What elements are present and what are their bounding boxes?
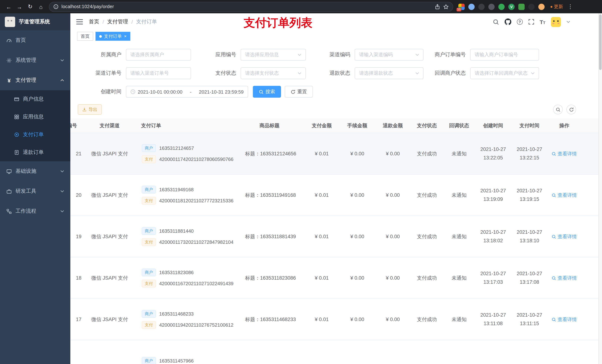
merchant-order-no: 1635312124657 (159, 145, 194, 151)
view-detail-link[interactable]: 查看详情 (548, 316, 581, 323)
merchant-order-no-input[interactable]: 请输入商户订单编号 (470, 49, 539, 61)
sidebar-item-app-info[interactable]: 应用信息 (0, 108, 70, 126)
cell-notify: 未通知 (443, 150, 475, 157)
share-icon[interactable] (435, 4, 440, 10)
refund-status-select[interactable]: 请选择退款状态 (355, 67, 424, 79)
view-detail-link[interactable]: 查看详情 (548, 192, 581, 198)
yen-icon: ¥ (6, 77, 12, 83)
sidebar-item-payment[interactable]: ¥ 支付管理 (0, 70, 70, 90)
chevron-down-icon (60, 170, 64, 172)
sidebar-item-infra[interactable]: 基础设施 (0, 161, 70, 181)
pay-status-select[interactable]: 请选择支付状态 (241, 67, 306, 79)
bookmark-star-icon[interactable] (443, 4, 449, 10)
browser-reload-button[interactable]: ↻ (25, 2, 35, 12)
view-detail-link[interactable]: 查看详情 (548, 275, 581, 281)
logo (5, 17, 15, 27)
date-range-input[interactable]: 2021-10-01 00:00:00 - 2021-10-31 23:59:5… (126, 86, 248, 98)
view-detail-link[interactable]: 查看详情 (548, 233, 581, 240)
profile-avatar-icon[interactable] (538, 3, 545, 10)
main-content: 首页 / 支付管理 / 支付订单 支付订单列表 ? (70, 13, 602, 364)
sidebar-collapse-icon[interactable] (76, 19, 83, 24)
tab-pay-order[interactable]: 支付订单 × (96, 32, 130, 41)
merchant-order-no: 1635311823086 (159, 270, 194, 275)
fullscreen-icon[interactable] (528, 19, 534, 25)
cell-refund: ¥ 0.00 (375, 234, 411, 239)
cell-amount: ¥ 0.01 (304, 275, 340, 281)
github-icon[interactable] (505, 19, 511, 25)
search-button[interactable]: 搜索 (253, 86, 281, 98)
browser-back-button[interactable]: ← (4, 2, 14, 12)
font-size-icon[interactable]: TT (540, 19, 545, 25)
sidebar-item-devtools[interactable]: 研发工具 (0, 181, 70, 201)
view-detail-link[interactable]: 查看详情 (548, 150, 581, 157)
extensions-menu-icon[interactable] (528, 3, 535, 10)
table-row: 17 微信 JSAPI 支付 商户 1635311468233 支付 42000… (70, 299, 602, 340)
extension-gray-icon[interactable] (488, 3, 495, 10)
breadcrumb-section[interactable]: 支付管理 (107, 19, 128, 25)
search-icon (552, 234, 556, 239)
help-icon[interactable]: ? (517, 19, 523, 25)
grid-icon (14, 114, 19, 119)
refresh-table-button[interactable] (567, 105, 576, 114)
sidebar-item-system[interactable]: 系统管理 (0, 50, 70, 70)
col-paid: 支付时间 (511, 122, 548, 129)
extension-chat-icon[interactable] (518, 3, 525, 10)
sidebar-item-pay-order[interactable]: 支付订单 (0, 126, 70, 144)
extension-dots-icon[interactable]: 10 (458, 3, 465, 10)
app-select[interactable]: 请选择应用信息 (241, 49, 306, 61)
filter-merchant: 所属商户 请选择所属商户 (78, 49, 191, 61)
extensions-area: 10 V (458, 3, 545, 10)
payment-submenu: 商户信息 应用信息 支付订单 (0, 90, 70, 161)
browser-update-button[interactable]: 更新 (550, 3, 563, 10)
toggle-search-button[interactable] (553, 105, 563, 114)
col-notify: 回调状态 (443, 122, 475, 129)
close-icon[interactable]: × (124, 34, 127, 39)
avatar[interactable] (551, 17, 561, 27)
sidebar-item-refund-order[interactable]: 退款订单 (0, 144, 70, 161)
extension-pin-icon[interactable] (468, 3, 475, 10)
reset-button[interactable]: 重置 (285, 86, 313, 98)
breadcrumb-home[interactable]: 首页 (89, 19, 99, 25)
cell-id: 21 (70, 151, 87, 156)
cell-created-time: 2021-10-2713:22:05 (475, 145, 511, 162)
channel-order-no-input[interactable]: 请输入渠道订单号 (126, 67, 191, 79)
browser-menu-icon[interactable]: ⋮ (568, 3, 573, 10)
caret-down-icon[interactable] (567, 21, 570, 23)
channel-code-select[interactable]: 请输入渠道编码 (355, 49, 424, 61)
extension-green-icon[interactable] (498, 3, 505, 10)
extension-check-icon[interactable]: V (508, 3, 515, 10)
cell-pay-order: 商户 1635311823086 支付 42000011672021102710… (132, 269, 235, 287)
tabs-bar: 首页 支付订单 × (70, 30, 602, 42)
merchant-tag: 商户 (142, 310, 156, 318)
search-icon (259, 89, 264, 94)
cell-title: 标题：1635311949168 (235, 192, 304, 198)
merchant-input[interactable]: 请选择所属商户 (126, 49, 191, 61)
filter-create-time: 创建时间 2021-10-01 00:00:00 - 2021-10-31 23… (78, 86, 248, 98)
scrollbar-thumb[interactable] (599, 14, 602, 70)
address-bar[interactable]: localhost:1024/pay/order (49, 2, 453, 12)
clock-icon (130, 89, 136, 94)
cell-status: 支付成功 (411, 316, 443, 323)
sidebar-item-home[interactable]: 首页 (0, 30, 70, 50)
export-button[interactable]: 导出 (78, 104, 102, 115)
filter-channel-order-no: 渠道订单号 请输入渠道订单号 (78, 67, 191, 79)
sidebar-item-merchant-info[interactable]: 商户信息 (0, 90, 70, 108)
cell-notify: 未通知 (443, 316, 475, 323)
notify-status-select[interactable]: 请选择订单回调商户状态 (470, 67, 539, 79)
logo-row[interactable]: 芋道管理系统 (0, 13, 70, 30)
sidebar-item-workflow[interactable]: 工作流程 (0, 201, 70, 221)
extension-dark-icon[interactable] (478, 3, 485, 10)
info-icon[interactable] (53, 4, 58, 9)
browser-home-button[interactable]: ⌂ (36, 2, 46, 12)
cell-pay-order: 商户 1635311949168 支付 42000011812021102777… (132, 186, 235, 205)
cell-fee: ¥ 0.00 (340, 192, 375, 198)
page-scrollbar[interactable] (598, 13, 602, 364)
filter-create-time-label: 创建时间 (78, 88, 126, 95)
filter-form: 所属商户 请选择所属商户 应用编号 请选择应用信息 渠道编码 (70, 42, 602, 98)
search-icon[interactable] (493, 19, 499, 25)
monitor-icon (6, 168, 12, 174)
tab-home[interactable]: 首页 (77, 32, 93, 41)
chevron-down-icon (415, 72, 419, 74)
workflow-icon (6, 208, 12, 214)
browser-forward-button[interactable]: → (14, 2, 24, 12)
